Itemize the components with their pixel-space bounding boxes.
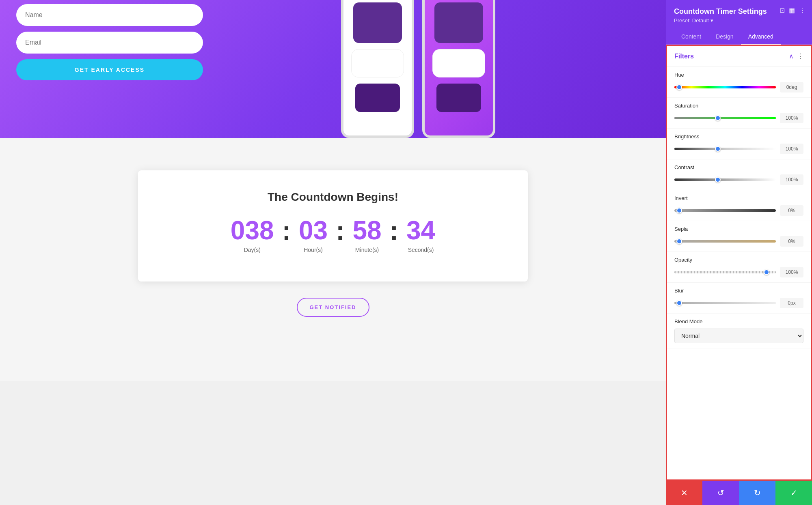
hue-value: 0deg	[780, 82, 803, 92]
filters-header: Filters ∧ ⋮	[667, 46, 811, 67]
brightness-value: 100%	[780, 144, 803, 154]
more-options-icon[interactable]: ⋮	[799, 6, 806, 14]
countdown-hours: 03 Hour(s)	[299, 217, 328, 253]
contrast-track	[674, 178, 776, 181]
filter-row-blur: Blur 0px	[667, 283, 811, 314]
phone-white-box-2	[432, 49, 485, 77]
sepia-label: Sepia	[674, 226, 803, 232]
brightness-track	[674, 148, 776, 150]
countdown-days: 038 Day(s)	[231, 217, 274, 253]
purple-section: GET EARLY ACCESS	[0, 0, 666, 138]
countdown-title: The Countdown Begins!	[171, 191, 495, 204]
canvas-area: GET EARLY ACCESS The Countdown Begins! 0…	[0, 0, 666, 505]
hue-label: Hue	[674, 72, 803, 78]
saturation-label: Saturation	[674, 103, 803, 109]
tab-advanced[interactable]: Advanced	[741, 29, 781, 45]
confirm-button[interactable]: ✓	[775, 481, 812, 505]
hue-slider-wrapper	[674, 86, 776, 88]
phone-purple-box-2	[434, 2, 483, 43]
contrast-control: 100%	[674, 174, 803, 185]
white-section: The Countdown Begins! 038 Day(s) : 03 Ho…	[0, 138, 666, 381]
phone-mockups	[341, 0, 495, 138]
blur-label: Blur	[674, 288, 803, 294]
blend-mode-label: Blend Mode	[674, 318, 803, 324]
hue-thumb[interactable]	[676, 84, 682, 90]
undo-button[interactable]: ↺	[702, 481, 739, 505]
saturation-thumb[interactable]	[715, 115, 721, 121]
opacity-thumb[interactable]	[764, 269, 769, 275]
get-early-access-button[interactable]: GET EARLY ACCESS	[16, 59, 203, 80]
contrast-value: 100%	[780, 174, 803, 185]
countdown-minutes: 58 Minute(s)	[352, 217, 381, 253]
responsive-icon[interactable]: ⊡	[780, 6, 785, 14]
panel-header-icons: ⊡ ▦ ⋮	[780, 6, 806, 14]
panel-header: Countdown Timer Settings Preset: Default…	[666, 0, 812, 29]
email-input[interactable]	[16, 32, 203, 54]
phone-mockup-1	[341, 0, 414, 138]
opacity-track	[674, 271, 776, 273]
sepia-value: 0%	[780, 236, 803, 247]
phone-purple-box-1	[353, 2, 402, 43]
form-area: GET EARLY ACCESS	[16, 0, 203, 80]
name-input[interactable]	[16, 4, 203, 26]
filter-more-icon[interactable]: ⋮	[797, 52, 803, 60]
filter-row-hue: Hue 0deg	[667, 67, 811, 98]
blur-value: 0px	[780, 298, 803, 308]
brightness-label: Brightness	[674, 133, 803, 140]
collapse-icon[interactable]: ∧	[789, 52, 794, 60]
blend-mode-select[interactable]: Normal Multiply Screen Overlay Darken Li…	[674, 329, 803, 343]
separator-2: :	[336, 216, 344, 246]
sepia-thumb[interactable]	[676, 239, 682, 244]
countdown-widget: The Countdown Begins! 038 Day(s) : 03 Ho…	[138, 170, 528, 282]
panel-tabs: Content Design Advanced	[666, 29, 812, 45]
filter-row-invert: Invert 0%	[667, 190, 811, 221]
invert-slider-wrapper	[674, 209, 776, 212]
filter-row-saturation: Saturation 100%	[667, 98, 811, 129]
filter-row-blend-mode: Blend Mode Normal Multiply Screen Overla…	[667, 314, 811, 348]
opacity-slider-wrapper	[674, 271, 776, 273]
blur-control: 0px	[674, 298, 803, 308]
preset-link[interactable]: Preset: Default	[674, 17, 709, 24]
right-panel: Countdown Timer Settings Preset: Default…	[666, 0, 812, 505]
brightness-thumb[interactable]	[715, 146, 721, 152]
columns-icon[interactable]: ▦	[789, 6, 795, 14]
hue-control: 0deg	[674, 82, 803, 92]
contrast-slider-wrapper	[674, 178, 776, 181]
brightness-control: 100%	[674, 144, 803, 154]
blur-track	[674, 302, 776, 304]
brightness-slider-wrapper	[674, 148, 776, 150]
separator-3: :	[390, 216, 398, 246]
cancel-button[interactable]: ✕	[666, 481, 702, 505]
saturation-control: 100%	[674, 113, 803, 123]
opacity-control: 100%	[674, 267, 803, 277]
sepia-slider-wrapper	[674, 240, 776, 243]
invert-track	[674, 209, 776, 212]
get-notified-button[interactable]: GET NOTIFIED	[297, 298, 369, 317]
blur-slider-wrapper	[674, 302, 776, 304]
filters-header-icons: ∧ ⋮	[789, 52, 803, 60]
filter-row-brightness: Brightness 100%	[667, 129, 811, 159]
phone-purple-box-small-1	[355, 84, 400, 112]
invert-label: Invert	[674, 195, 803, 201]
filters-title: Filters	[674, 53, 694, 60]
filter-row-sepia: Sepia 0%	[667, 221, 811, 252]
invert-thumb[interactable]	[676, 208, 682, 213]
tab-content[interactable]: Content	[674, 29, 708, 45]
countdown-seconds: 34 Second(s)	[406, 217, 435, 253]
invert-control: 0%	[674, 205, 803, 216]
saturation-slider-wrapper	[674, 117, 776, 119]
filters-panel: Filters ∧ ⋮ Hue 0deg Saturation	[666, 45, 812, 481]
separator-1: :	[282, 216, 291, 246]
panel-actions: ✕ ↺ ↻ ✓	[666, 481, 812, 505]
redo-button[interactable]: ↻	[739, 481, 775, 505]
panel-preset: Preset: Default ▾	[674, 17, 804, 24]
contrast-label: Contrast	[674, 164, 803, 170]
filter-row-opacity: Opacity 100%	[667, 252, 811, 283]
blur-thumb[interactable]	[676, 300, 682, 306]
phone-white-box-1	[351, 49, 404, 77]
opacity-label: Opacity	[674, 257, 803, 263]
tab-design[interactable]: Design	[708, 29, 741, 45]
contrast-thumb[interactable]	[715, 177, 721, 183]
countdown-numbers: 038 Day(s) : 03 Hour(s) : 58 Minute(s) :…	[171, 216, 495, 255]
saturation-track	[674, 117, 776, 119]
